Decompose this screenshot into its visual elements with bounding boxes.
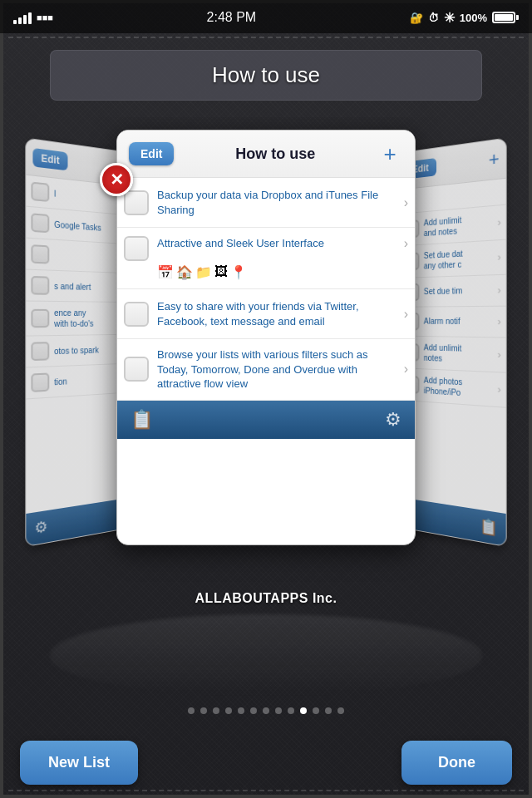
center-card-footer: 📋 ⚙ [117, 401, 415, 439]
right-item-text-6: Add photosiPhone/iPo [424, 375, 498, 401]
pagination-dot-3[interactable] [213, 707, 219, 714]
left-checkbox-7[interactable] [31, 372, 49, 392]
left-item-text-7: tion [54, 373, 126, 387]
bluetooth-icon: ✳ [444, 10, 455, 26]
pagination-dot-4[interactable] [225, 707, 232, 714]
pagination-dot-7[interactable] [263, 707, 269, 714]
item-text-2: Attractive and Sleek User Interface [157, 236, 399, 251]
pagination-dot-5[interactable] [238, 707, 244, 714]
center-card-title: How to use [174, 145, 377, 163]
left-item-text-6: otos to spark [54, 344, 126, 357]
right-add-button[interactable]: + [489, 148, 500, 171]
signal-bar-1 [13, 20, 17, 24]
left-item-text-3 [54, 255, 126, 259]
right-chevron-3: › [498, 284, 501, 296]
right-chevron-1: › [498, 216, 501, 229]
home-icon: 🏠 [176, 264, 193, 280]
item-text-4: Browse your lists with various filters s… [157, 347, 399, 392]
footer-gear-icon: ⚙ [385, 409, 401, 431]
center-card[interactable]: Edit How to use + Backup your data via D… [116, 130, 416, 545]
company-bar: ALLABOUTAPPS Inc. [0, 583, 532, 614]
pagination-dot-1[interactable] [188, 707, 195, 714]
left-checkbox-2[interactable] [31, 213, 49, 233]
calendar-icon: 📅 [157, 264, 174, 280]
right-chevron-2: › [498, 251, 501, 263]
list-item-3[interactable]: Easy to share with your friends via Twit… [117, 289, 415, 339]
item-icons-2: 📅 🏠 📁 🖼 📍 [157, 264, 247, 280]
pagination-dot-2[interactable] [200, 707, 207, 714]
clock: 2:48 PM [207, 10, 257, 25]
right-chevron-5: › [498, 348, 501, 360]
footer-list-icon: 📋 [131, 409, 153, 431]
checkbox-2[interactable] [124, 236, 149, 261]
left-checkbox-5[interactable] [31, 309, 49, 328]
signal-bar-3 [23, 15, 27, 24]
pin-icon: 📍 [230, 264, 247, 280]
edit-button[interactable]: Edit [129, 142, 174, 165]
checkbox-4[interactable] [124, 357, 149, 382]
battery-icon [492, 12, 519, 23]
bottom-buttons: New List Done [0, 727, 532, 798]
checkbox-1[interactable] [124, 190, 149, 215]
page-title: How to use [212, 62, 320, 87]
left-item-text-5: ence anywith to-do's [54, 308, 126, 329]
signal-bars [13, 11, 32, 24]
right-item-text-1: Add unlimitand notes [424, 211, 498, 238]
left-checkbox-1[interactable] [31, 182, 49, 202]
left-item-text-2: Google Tasks [54, 219, 126, 234]
folder-icon: 📁 [195, 264, 212, 280]
right-chevron-6: › [498, 383, 501, 396]
image-icon: 🖼 [214, 264, 228, 280]
new-list-button[interactable]: New List [20, 741, 138, 785]
right-footer-icon: 📋 [480, 516, 498, 538]
chevron-2: › [404, 236, 408, 251]
pagination-dot-13[interactable] [337, 707, 344, 714]
checkbox-3[interactable] [124, 302, 149, 327]
status-bar: ■■■ 2:48 PM 🔐 ⏱ ✳ 100% [0, 0, 532, 33]
left-checkbox-3[interactable] [31, 244, 49, 264]
close-button[interactable]: ✕ [100, 163, 133, 196]
right-item-text-5: Add unlimitnotes [424, 342, 498, 365]
title-bar: How to use [0, 33, 532, 117]
done-button[interactable]: Done [401, 741, 512, 785]
right-item-text-4: Alarm notif [424, 316, 498, 327]
status-right: 🔐 ⏱ ✳ 100% [410, 10, 519, 26]
left-footer-icon: ⚙ [34, 517, 47, 538]
pagination-dot-12[interactable] [325, 707, 332, 714]
chevron-3: › [404, 307, 408, 322]
pagination-dots [0, 697, 532, 724]
right-chevron-4: › [498, 316, 501, 328]
chevron-4: › [404, 362, 408, 377]
signal-bar-2 [18, 17, 22, 24]
item-text-1: Backup your data via Dropbox and iTunes … [157, 188, 399, 217]
alarm-icon: ⏱ [428, 12, 439, 24]
pagination-dot-6[interactable] [250, 707, 257, 714]
pagination-dot-10[interactable] [300, 707, 307, 714]
list-item-2[interactable]: Attractive and Sleek User Interface › 📅 … [117, 228, 415, 289]
right-title-s: S [403, 185, 500, 208]
add-button[interactable]: + [377, 140, 403, 167]
list-items: Backup your data via Dropbox and iTunes … [117, 178, 415, 401]
right-item-text-3: Set due tim [424, 284, 498, 297]
left-checkbox-4[interactable] [31, 276, 49, 295]
list-item-4[interactable]: Browse your lists with various filters s… [117, 339, 415, 401]
list-item-1[interactable]: Backup your data via Dropbox and iTunes … [117, 178, 415, 228]
left-item-text-4: s and alert [54, 280, 126, 293]
pagination-dot-11[interactable] [313, 707, 319, 714]
signal-area: ■■■ [13, 11, 53, 24]
pagination-dot-8[interactable] [275, 707, 282, 714]
item-text-3: Easy to share with your friends via Twit… [157, 299, 399, 328]
reflection [50, 614, 482, 697]
company-name: ALLABOUTAPPS Inc. [195, 591, 337, 605]
carrier: ■■■ [37, 12, 53, 22]
right-item-text-2: Set due datany other c [424, 246, 498, 271]
signal-bar-4 [28, 12, 32, 24]
left-edit-button[interactable]: Edit [32, 148, 67, 170]
chevron-1: › [404, 195, 408, 210]
cards-container: Edit l › Google Tasks › › s and alert [0, 117, 532, 583]
center-card-header: Edit How to use + [117, 131, 415, 178]
battery-percent: 100% [460, 12, 487, 24]
left-checkbox-6[interactable] [31, 342, 49, 361]
pagination-dot-9[interactable] [288, 707, 294, 714]
close-icon: ✕ [110, 170, 124, 190]
